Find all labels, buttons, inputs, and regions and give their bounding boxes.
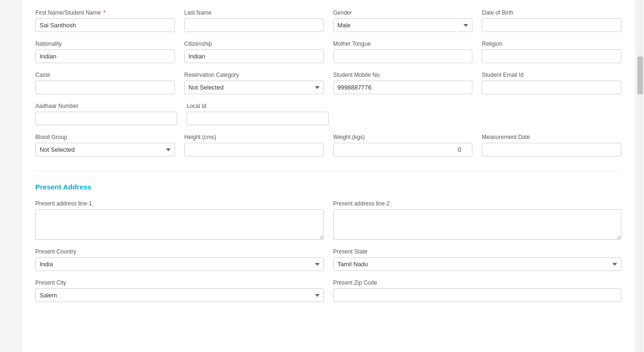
present-city-group: Present City Salem Chennai Coimbatore Ot… xyxy=(35,279,324,302)
address-lines-row: Present address line-1 Present address l… xyxy=(35,200,621,240)
aadhaar-label: Aadhaar Number xyxy=(35,103,177,109)
weight-input[interactable] xyxy=(333,143,473,156)
caste-group: Caste xyxy=(35,72,175,94)
dob-label: Date of Birth xyxy=(482,9,621,16)
aadhaar-input[interactable] xyxy=(35,112,177,125)
gender-group: Gender Male Female Other xyxy=(333,9,473,32)
last-name-input[interactable] xyxy=(184,18,324,32)
first-name-group: First Name/Student Name * xyxy=(35,9,175,32)
reservation-select[interactable]: Not Selected OBC SC ST xyxy=(184,81,324,94)
city-zip-row: Present City Salem Chennai Coimbatore Ot… xyxy=(35,279,621,302)
mother-tongue-input[interactable] xyxy=(333,49,473,63)
address-line2-group: Present address line-2 xyxy=(333,200,622,240)
section-divider xyxy=(35,171,621,171)
gender-label: Gender xyxy=(333,9,473,16)
row-4: Aadhaar Number Local Id xyxy=(35,103,621,125)
scrollbar-thumb[interactable] xyxy=(637,57,643,94)
religion-group: Religion xyxy=(482,41,621,63)
local-id-label: Local Id xyxy=(187,103,329,109)
present-address-section: Present Address Present address line-1 P… xyxy=(35,183,621,302)
student-email-group: Student Email Id xyxy=(482,72,621,94)
present-zip-label: Present Zip Code xyxy=(333,279,622,286)
nationality-input[interactable] xyxy=(35,49,175,63)
student-mobile-label: Student Mobile No xyxy=(333,72,473,78)
spacer-1 xyxy=(338,103,622,125)
blood-group-select[interactable]: Not Selected A+ A- B+ B- O+ O- AB+ AB- xyxy=(35,143,175,156)
scrollbar-track[interactable] xyxy=(637,0,643,352)
mother-tongue-group: Mother Tongue xyxy=(333,41,473,63)
nationality-group: Nationality xyxy=(35,41,175,63)
address-line1-input[interactable] xyxy=(35,209,324,240)
present-state-select[interactable]: Tamil Nadu Karnataka Maharashtra Other xyxy=(333,257,622,271)
measurement-date-group: Measurement Date xyxy=(482,134,621,156)
dob-group: Date of Birth xyxy=(482,9,621,32)
weight-label: Weight (kgs) xyxy=(333,134,473,140)
row-2: Nationality Citizenship Mother Tongue Re… xyxy=(35,41,621,63)
row-3: Caste Reservation Category Not Selected … xyxy=(35,72,621,94)
student-email-input[interactable] xyxy=(482,81,621,94)
last-name-group: Last Name xyxy=(184,9,324,32)
aadhaar-group: Aadhaar Number xyxy=(35,103,177,125)
nationality-label: Nationality xyxy=(35,41,175,47)
student-mobile-group: Student Mobile No xyxy=(333,72,473,94)
present-zip-input[interactable] xyxy=(333,288,622,302)
religion-input[interactable] xyxy=(482,49,621,63)
present-zip-group: Present Zip Code xyxy=(333,279,622,302)
address-line1-label: Present address line-1 xyxy=(35,200,324,207)
present-country-select[interactable]: India USA UK Other xyxy=(35,257,324,271)
present-city-select[interactable]: Salem Chennai Coimbatore Other xyxy=(35,288,324,302)
main-content: First Name/Student Name * Last Name Gend… xyxy=(21,0,636,352)
local-id-group: Local Id xyxy=(187,103,329,125)
present-city-label: Present City xyxy=(35,279,324,286)
left-sidebar xyxy=(0,0,21,352)
citizenship-group: Citizenship xyxy=(184,41,324,63)
measurement-date-label: Measurement Date xyxy=(482,134,621,140)
reservation-group: Reservation Category Not Selected OBC SC… xyxy=(184,72,324,94)
gender-select[interactable]: Male Female Other xyxy=(333,18,473,32)
height-group: Height (cms) xyxy=(184,134,324,156)
weight-group: Weight (kgs) xyxy=(333,134,473,156)
present-state-group: Present State Tamil Nadu Karnataka Mahar… xyxy=(333,248,622,271)
personal-info-section: First Name/Student Name * Last Name Gend… xyxy=(35,9,621,156)
required-asterisk: * xyxy=(103,9,106,16)
height-label: Height (cms) xyxy=(184,134,324,140)
address-line1-group: Present address line-1 xyxy=(35,200,324,240)
height-input[interactable] xyxy=(184,143,324,156)
mother-tongue-label: Mother Tongue xyxy=(333,41,473,47)
present-country-group: Present Country India USA UK Other xyxy=(35,248,324,271)
religion-label: Religion xyxy=(482,41,621,47)
local-id-input[interactable] xyxy=(187,112,329,125)
first-name-input[interactable] xyxy=(35,18,175,32)
present-state-label: Present State xyxy=(333,248,622,255)
last-name-label: Last Name xyxy=(184,9,324,16)
right-scrollbar[interactable] xyxy=(636,0,644,352)
caste-label: Caste xyxy=(35,72,175,78)
first-name-label: First Name/Student Name * xyxy=(35,9,175,16)
citizenship-label: Citizenship xyxy=(184,41,324,47)
present-country-label: Present Country xyxy=(35,248,324,255)
row-5: Blood Group Not Selected A+ A- B+ B- O+ … xyxy=(35,134,621,156)
present-address-title: Present Address xyxy=(35,183,621,191)
caste-input[interactable] xyxy=(35,81,175,94)
citizenship-input[interactable] xyxy=(184,49,324,63)
country-state-row: Present Country India USA UK Other Prese… xyxy=(35,248,621,271)
student-email-label: Student Email Id xyxy=(482,72,621,78)
dob-input[interactable] xyxy=(482,18,621,32)
blood-group-label: Blood Group xyxy=(35,134,175,140)
student-mobile-input[interactable] xyxy=(333,81,473,94)
address-line2-label: Present address line-2 xyxy=(333,200,622,207)
measurement-date-input[interactable] xyxy=(482,143,621,156)
blood-group-group: Blood Group Not Selected A+ A- B+ B- O+ … xyxy=(35,134,175,156)
reservation-label: Reservation Category xyxy=(184,72,324,78)
address-line2-input[interactable] xyxy=(333,209,622,240)
row-1: First Name/Student Name * Last Name Gend… xyxy=(35,9,621,32)
